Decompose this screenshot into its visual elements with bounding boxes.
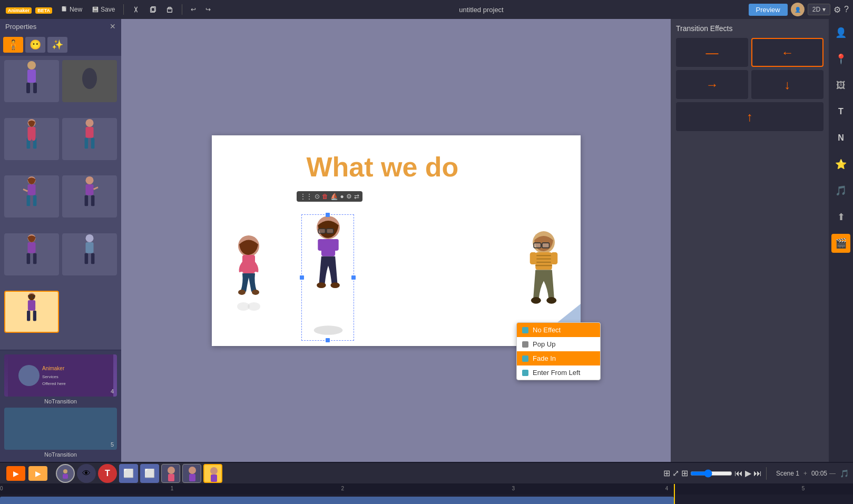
trans-btn-arrow-up[interactable]: ↑ xyxy=(676,102,823,131)
prop-tab-effects[interactable]: ✨ xyxy=(47,37,67,53)
app-name: Animaker xyxy=(6,7,32,14)
right-icon-slide[interactable]: 🎬 xyxy=(831,234,850,253)
anim-item-popup[interactable]: Pop Up xyxy=(517,337,600,351)
track-icon-bg2[interactable]: ⬜ xyxy=(140,464,159,483)
play-timeline-button[interactable]: ▶ xyxy=(745,468,751,478)
track-icon-bg[interactable]: ⬜ xyxy=(119,464,138,483)
right-icon-sticker[interactable]: ⭐ xyxy=(831,155,850,174)
canvas[interactable]: What we do xyxy=(212,135,581,346)
character-glasses-selected[interactable]: ⋮⋮ ⊙ 🗑 ⛵ ● ⚙ ⇄ xyxy=(301,214,354,341)
transition-grid: — ← → ↓ xyxy=(676,38,823,99)
anim-item-enter-left[interactable]: Enter From Left xyxy=(517,365,600,380)
char-cell-8[interactable] xyxy=(62,233,117,275)
object-swap-button[interactable]: ⇄ xyxy=(354,193,359,200)
char-cell-3[interactable] xyxy=(4,118,59,160)
right-icon-image[interactable]: 🖼 xyxy=(831,76,850,95)
trans-btn-arrow-left[interactable]: ← xyxy=(751,38,823,67)
selection-handle-right[interactable] xyxy=(351,275,356,280)
prop-tab-face[interactable]: 😶 xyxy=(25,37,45,53)
selection-handle-top[interactable] xyxy=(326,213,330,217)
object-settings-button[interactable]: ⚙ xyxy=(346,193,352,200)
selection-handle-left[interactable] xyxy=(300,275,304,280)
right-icon-music[interactable]: 🎵 xyxy=(831,181,850,200)
svg-rect-74 xyxy=(542,243,549,248)
right-icon-text[interactable]: T xyxy=(831,102,850,121)
arrow-down-icon: ↓ xyxy=(785,77,791,92)
prev-frame-button[interactable]: ⏮ xyxy=(734,469,743,478)
char-cell-2[interactable] xyxy=(62,60,117,102)
right-icon-pin[interactable]: 📍 xyxy=(831,50,850,68)
music-timeline-button[interactable]: 🎵 xyxy=(840,469,849,478)
char-cell-5[interactable] xyxy=(4,175,59,218)
track-icon-person[interactable] xyxy=(56,464,75,483)
right-icon-export[interactable]: ⬆ xyxy=(831,207,850,226)
help-button[interactable]: ? xyxy=(844,5,849,14)
anim-item-fadein[interactable]: Fade In xyxy=(517,351,600,365)
svg-rect-91 xyxy=(189,474,195,481)
new-button[interactable]: New xyxy=(57,5,85,14)
char-cell-7[interactable] xyxy=(4,233,59,275)
save-button[interactable]: Save xyxy=(89,5,118,14)
timeline-controls: ▶ ▶ 👁 T ⬜ ⬜ xyxy=(0,463,853,484)
trans-btn-arrow-right[interactable]: → xyxy=(676,70,748,99)
preview-button[interactable]: Preview xyxy=(749,4,788,16)
svg-rect-89 xyxy=(168,474,174,481)
track-char-2[interactable] xyxy=(182,464,201,483)
object-delete-button[interactable]: 🗑 xyxy=(322,193,328,200)
track-icon-eye[interactable]: 👁 xyxy=(77,464,96,483)
scene-label-5: NoTransition xyxy=(4,451,117,458)
ruler-4: 4 xyxy=(665,486,669,491)
undo-button[interactable]: ↩ xyxy=(188,5,199,14)
object-record-button[interactable]: ● xyxy=(340,193,344,200)
mode-selector[interactable]: 2D ▾ xyxy=(808,4,830,15)
track-block-1[interactable] xyxy=(0,497,674,504)
object-origin-button[interactable]: ⊙ xyxy=(315,193,320,200)
time-minus-icon[interactable]: — xyxy=(829,470,836,477)
right-icon-avatar[interactable]: 👤 xyxy=(831,23,850,42)
trans-btn-arrow-down[interactable]: ↓ xyxy=(751,70,823,99)
anim-item-no-effect[interactable]: No Effect xyxy=(517,323,600,337)
zoom-fit-button[interactable]: ⤢ xyxy=(672,468,679,478)
char-cell-6[interactable] xyxy=(62,175,117,218)
char-cell-4[interactable] xyxy=(62,118,117,160)
timeline-tracks: 0 1 2 3 4 5 xyxy=(0,484,853,504)
fit-button[interactable]: ⊞ xyxy=(663,468,670,478)
prop-tab-character[interactable]: 🧍 xyxy=(3,37,23,53)
svg-text:Offered here: Offered here xyxy=(42,381,66,386)
track-icon-text[interactable]: T xyxy=(98,464,117,483)
char-cell-1[interactable] xyxy=(4,60,59,102)
time-display: 00:05 — xyxy=(811,470,836,477)
object-flip-button[interactable]: ⛵ xyxy=(330,193,338,200)
zoom-slider[interactable] xyxy=(690,469,732,478)
scene-thumb-4[interactable]: Animaker Services Offered here 4 xyxy=(4,354,117,397)
char-cell-selected[interactable] xyxy=(4,291,59,333)
scene-thumb-5[interactable]: 5 xyxy=(4,408,117,450)
settings-button[interactable]: ⚙ xyxy=(834,5,841,15)
svg-rect-40 xyxy=(91,253,95,264)
track-char-1[interactable] xyxy=(161,464,180,483)
paste-button[interactable] xyxy=(163,5,177,14)
canvas-area: What we do xyxy=(121,19,671,462)
next-scene-button[interactable]: ⏭ xyxy=(753,469,762,478)
right-icon-number[interactable]: N xyxy=(831,129,850,147)
grid-button[interactable]: ⊞ xyxy=(681,468,688,478)
track-char-selected[interactable] xyxy=(203,464,222,483)
selection-handle-bottom[interactable] xyxy=(326,338,330,342)
trans-btn-horizontal[interactable]: — xyxy=(676,38,748,67)
svg-rect-93 xyxy=(211,475,217,482)
copy-button[interactable] xyxy=(146,5,160,14)
properties-close-button[interactable]: ✕ xyxy=(110,22,116,31)
play-all-button[interactable]: ▶ xyxy=(6,466,25,481)
svg-point-28 xyxy=(85,176,93,184)
play-button[interactable]: ▶ xyxy=(28,466,47,481)
redo-button[interactable]: ↪ xyxy=(202,5,214,14)
cut-button[interactable] xyxy=(129,5,143,14)
scene-add-icon[interactable]: + xyxy=(803,470,807,477)
character-pink[interactable] xyxy=(228,233,270,338)
object-move-button[interactable]: ⋮⋮ xyxy=(300,193,312,200)
playhead[interactable] xyxy=(674,484,675,504)
svg-point-60 xyxy=(248,302,260,311)
animation-dropdown: No Effect Pop Up Fade In Enter From Left xyxy=(516,322,601,380)
svg-rect-26 xyxy=(33,195,37,206)
character-grid xyxy=(0,56,121,350)
